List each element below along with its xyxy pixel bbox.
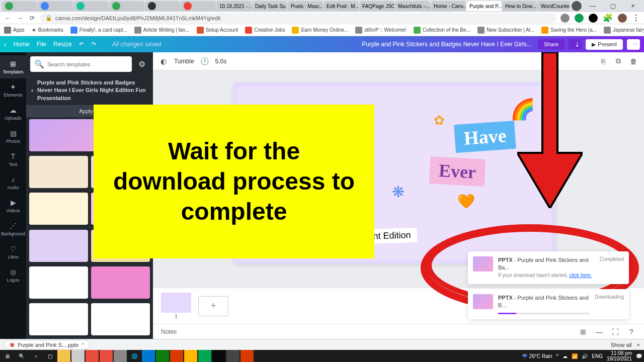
grid-view-icon[interactable]: ⊞ <box>579 327 588 336</box>
help-icon[interactable]: ? <box>627 327 636 336</box>
bookmark-item[interactable]: Japanese fairy tales... <box>604 27 644 34</box>
chrome-tab[interactable]: 10.18.2021 - ...× <box>216 1 252 11</box>
taskbar-app-icon[interactable] <box>100 350 113 362</box>
search-input[interactable] <box>47 61 128 67</box>
bookmark-item[interactable]: stiforP :: Welcome! <box>355 27 407 34</box>
minimize-button[interactable]: — <box>584 3 602 10</box>
chrome-tab[interactable] <box>109 1 144 11</box>
chrome-tab[interactable] <box>145 1 180 11</box>
bookmark-item[interactable]: Article Writing | fan... <box>134 27 190 34</box>
clock[interactable]: 11:08 pm18/10/2021 <box>607 350 632 361</box>
download-button[interactable]: ⭳ <box>569 39 582 49</box>
bookmark-item[interactable]: Collection of the Be... <box>414 27 470 34</box>
share-page-icon[interactable]: ⎘ <box>599 57 608 66</box>
rail-videos[interactable]: ▶Videos <box>0 194 26 217</box>
start-button[interactable]: ⊞ <box>1 350 14 362</box>
rail-uploads[interactable]: ☁Uploads <box>0 102 26 125</box>
taskbar-app-icon[interactable] <box>198 350 211 362</box>
taskbar-app-icon[interactable] <box>142 350 155 362</box>
more-menu-icon[interactable]: ⋯ <box>627 39 640 50</box>
trash-icon[interactable]: 🗑 <box>629 57 638 66</box>
extensions-icon[interactable]: 🧩 <box>603 13 613 23</box>
extension-icon[interactable] <box>589 14 598 23</box>
template-thumb[interactable] <box>91 266 150 299</box>
animate-icon[interactable]: ◐ <box>159 57 168 66</box>
notifications-icon[interactable]: 💬 <box>636 353 642 359</box>
taskbar-app-icon[interactable] <box>71 350 85 362</box>
powerpoint-taskbar-icon[interactable] <box>170 350 183 362</box>
bookmark-item[interactable]: Setup Account <box>197 27 238 34</box>
chrome-tab[interactable]: Daily Task Su...× <box>252 1 287 11</box>
chrome-taskbar-icon[interactable]: 🌐 <box>128 350 141 362</box>
rail-audio[interactable]: ♪Audio <box>0 171 26 194</box>
extension-icon[interactable] <box>560 14 570 23</box>
reload-icon[interactable]: ⟳ <box>28 14 36 22</box>
bookmark-item[interactable]: Apps <box>4 27 25 34</box>
taskbar-app-icon[interactable] <box>114 350 127 362</box>
tray-chevron-icon[interactable]: ^ <box>556 353 559 359</box>
extension-icon[interactable] <box>575 14 584 23</box>
ime-indicator[interactable]: ENG <box>592 353 603 359</box>
chrome-tab[interactable] <box>2 1 37 11</box>
rail-photos[interactable]: ▤Photos <box>0 125 26 148</box>
duration-value[interactable]: 5.0s <box>215 58 227 65</box>
zoom-slider[interactable]: — <box>595 327 604 336</box>
undo-icon[interactable]: ↶ <box>79 41 84 48</box>
task-view-button[interactable]: ▢ <box>43 350 56 362</box>
rail-likes[interactable]: ♡Likes <box>0 240 26 263</box>
close-shelf-icon[interactable]: × <box>637 342 640 348</box>
chevron-left-icon[interactable]: ‹ <box>4 40 7 48</box>
search-box[interactable]: 🔍 <box>30 56 132 72</box>
chrome-tab-active[interactable]: Purple and P...× <box>466 1 502 11</box>
close-window-button[interactable]: × <box>624 3 642 10</box>
show-all-link[interactable]: Show all <box>611 342 632 348</box>
rail-templates[interactable]: ⊞Templates <box>0 55 26 78</box>
file-explorer-icon[interactable] <box>57 350 70 362</box>
chrome-tab[interactable]: WordCounter...× <box>538 1 570 11</box>
taskbar-app-icon[interactable] <box>86 350 99 362</box>
template-thumb[interactable] <box>91 303 150 335</box>
chrome-tab[interactable]: Edit Post · M...× <box>324 1 359 11</box>
cortana-button[interactable]: ○ <box>29 350 42 362</box>
page-thumb[interactable] <box>161 293 191 313</box>
taskbar-app-icon[interactable] <box>156 350 169 362</box>
fullscreen-icon[interactable]: ⛶ <box>611 327 620 336</box>
template-thumb[interactable] <box>29 156 88 188</box>
resize-menu[interactable]: Resize <box>53 41 72 48</box>
share-button[interactable]: Share <box>538 39 565 49</box>
bookmark-item[interactable]: Finally!, a card capt... <box>70 27 127 34</box>
notes-bar[interactable]: Notes ⊞ — ⛶ ? <box>153 324 644 339</box>
rail-text[interactable]: TText <box>0 148 26 171</box>
redo-icon[interactable]: ↷ <box>91 41 96 48</box>
chevron-left-icon[interactable]: ‹ <box>31 86 33 95</box>
volume-icon[interactable]: 🔊 <box>582 353 588 359</box>
filter-icon[interactable]: ⚙ <box>135 57 149 71</box>
chrome-tab[interactable]: FAQPage JSO...× <box>359 1 394 11</box>
bookmark-item[interactable]: Earn Money Online... <box>292 27 348 34</box>
file-menu[interactable]: File <box>37 41 46 48</box>
bookmark-item[interactable]: Creative Jobs <box>245 27 285 34</box>
chrome-tab[interactable]: Posts · Masc...× <box>288 1 323 11</box>
chrome-tab[interactable]: How to Dow...× <box>502 1 537 11</box>
chrome-tab[interactable] <box>73 1 109 11</box>
bookmark-item[interactable]: ★ Bookmarks <box>32 27 63 33</box>
present-button[interactable]: ▶ Present <box>586 39 623 50</box>
rail-elements[interactable]: ✦Elements <box>0 78 26 102</box>
bookmark-item[interactable]: New Subscriber | Al... <box>477 27 534 34</box>
rail-background[interactable]: ⋰Background <box>0 217 26 240</box>
taskbar-app-icon[interactable] <box>240 350 254 362</box>
maximize-button[interactable]: ▢ <box>604 3 622 10</box>
back-icon[interactable]: ← <box>4 14 12 22</box>
tray-icon[interactable]: ☁ <box>562 353 568 359</box>
chrome-tab[interactable]: Home - Canv...× <box>431 1 466 11</box>
chrome-tab[interactable]: Maschituts –...× <box>395 1 430 11</box>
search-button[interactable]: 🔍 <box>15 350 28 362</box>
template-thumb[interactable] <box>29 230 88 262</box>
chrome-tab[interactable] <box>38 1 73 11</box>
download-chip[interactable]: ▣ Purple and Pink S....pptx ^ <box>4 340 90 349</box>
download-retry-link[interactable]: click here. <box>569 273 592 278</box>
template-thumb[interactable] <box>29 303 88 335</box>
profile-avatar[interactable] <box>618 14 627 23</box>
rail-logos[interactable]: ◎Logos <box>0 263 26 287</box>
weather-widget[interactable]: ☔ 26°C Rain <box>522 353 552 359</box>
